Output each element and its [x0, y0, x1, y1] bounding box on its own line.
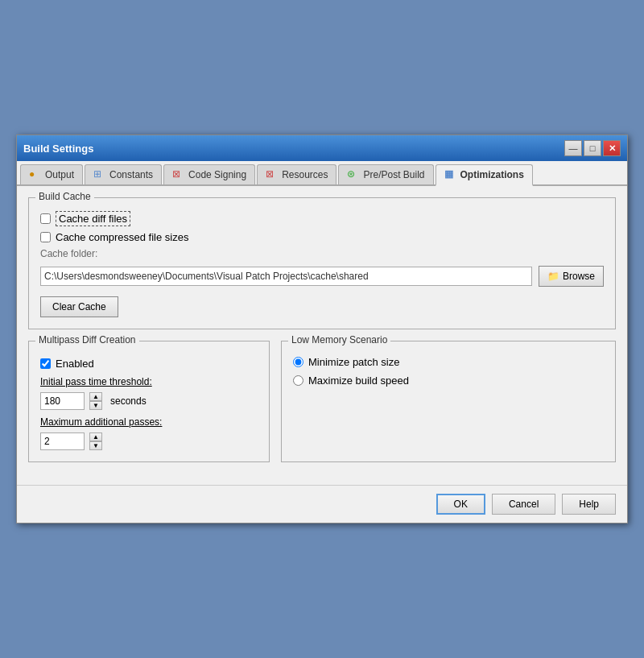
passes-spinner: [40, 432, 85, 450]
threshold-up-button[interactable]: ▲: [89, 392, 102, 401]
browse-button[interactable]: 📁 Browse: [539, 266, 604, 287]
clear-cache-button[interactable]: Clear Cache: [40, 296, 118, 317]
maximize-speed-row: Maximize build speed: [293, 375, 604, 387]
threshold-label: Initial pass time threshold:: [40, 376, 258, 387]
output-tab-icon: ●: [29, 168, 42, 181]
tab-codesigning-label: Code Signing: [188, 169, 246, 180]
enabled-label: Enabled: [56, 358, 94, 370]
cache-diff-checkbox[interactable]: [40, 213, 51, 224]
tab-codesigning[interactable]: ⊠ Code Signing: [163, 164, 255, 184]
build-cache-group: Build Cache Cache diff files Cache compr…: [28, 197, 616, 329]
tab-output[interactable]: ● Output: [20, 164, 83, 184]
passes-down-button[interactable]: ▼: [89, 441, 102, 450]
minimize-patch-radio[interactable]: [293, 357, 303, 367]
threshold-spinner: [40, 392, 85, 410]
maximize-button[interactable]: □: [584, 140, 601, 156]
tab-optimizations[interactable]: ▦ Optimizations: [436, 164, 533, 186]
folder-row: 📁 Browse: [40, 266, 604, 287]
codesigning-tab-icon: ⊠: [172, 168, 185, 181]
help-label: Help: [579, 499, 599, 510]
content-area: Build Cache Cache diff files Cache compr…: [17, 186, 627, 485]
ok-label: OK: [454, 499, 468, 510]
maximize-speed-label: Maximize build speed: [308, 375, 409, 387]
passes-label: Maximum additional passes:: [40, 416, 258, 428]
cache-compressed-label: Cache compressed file sizes: [56, 231, 188, 243]
maximize-speed-radio[interactable]: [293, 375, 303, 386]
clear-cache-label: Clear Cache: [52, 301, 106, 312]
tab-constants[interactable]: ⊞ Constants: [85, 164, 162, 184]
minimize-patch-label: Minimize patch size: [308, 356, 399, 368]
tab-output-label: Output: [45, 169, 74, 180]
browse-icon: 📁: [547, 271, 559, 282]
titlebar-controls: — □ ✕: [564, 140, 621, 156]
constants-tab-icon: ⊞: [93, 168, 106, 181]
resources-tab-icon: ⊠: [266, 168, 279, 181]
minimize-button[interactable]: —: [564, 140, 582, 156]
enabled-checkbox[interactable]: [40, 358, 51, 369]
build-cache-title: Build Cache: [35, 191, 94, 202]
window-title: Build Settings: [23, 143, 93, 155]
threshold-down-button[interactable]: ▼: [89, 401, 102, 410]
ok-button[interactable]: OK: [436, 494, 485, 515]
cache-diff-row: Cache diff files: [40, 211, 604, 226]
tab-optimizations-label: Optimizations: [460, 169, 524, 180]
build-settings-window: Build Settings — □ ✕ ● Output ⊞ Constant…: [16, 134, 628, 524]
cancel-label: Cancel: [509, 499, 539, 510]
tab-resources[interactable]: ⊠ Resources: [257, 164, 336, 184]
prepost-tab-icon: ⊛: [347, 168, 360, 181]
passes-input[interactable]: [40, 432, 85, 450]
cache-folder-input[interactable]: [40, 267, 532, 286]
tab-bar: ● Output ⊞ Constants ⊠ Code Signing ⊠ Re…: [17, 161, 627, 186]
multipass-group: Multipass Diff Creation Enabled Initial …: [28, 341, 270, 462]
passes-row: ▲ ▼: [40, 432, 258, 450]
optimizations-tab-icon: ▦: [444, 168, 457, 181]
browse-label: Browse: [563, 271, 595, 282]
help-button[interactable]: Help: [562, 494, 616, 515]
enabled-row: Enabled: [40, 358, 258, 370]
close-button[interactable]: ✕: [603, 140, 621, 156]
low-memory-group: Low Memory Scenario Minimize patch size …: [281, 341, 616, 462]
footer: OK Cancel Help: [17, 485, 627, 523]
folder-label: Cache folder:: [40, 248, 604, 259]
cache-compressed-row: Cache compressed file sizes: [40, 231, 604, 243]
threshold-input[interactable]: [40, 392, 85, 410]
cache-diff-label: Cache diff files: [56, 211, 130, 226]
titlebar: Build Settings — □ ✕: [17, 135, 627, 161]
passes-up-button[interactable]: ▲: [89, 432, 102, 441]
tab-prepost[interactable]: ⊛ Pre/Post Build: [338, 164, 433, 184]
minimize-patch-row: Minimize patch size: [293, 356, 604, 368]
tab-constants-label: Constants: [109, 169, 153, 180]
cancel-button[interactable]: Cancel: [492, 494, 555, 515]
bottom-section: Multipass Diff Creation Enabled Initial …: [28, 341, 616, 474]
passes-spinner-btns: ▲ ▼: [89, 432, 102, 450]
threshold-row: ▲ ▼ seconds: [40, 392, 258, 410]
tab-prepost-label: Pre/Post Build: [363, 169, 424, 180]
cache-compressed-checkbox[interactable]: [40, 232, 51, 242]
low-memory-title: Low Memory Scenario: [288, 334, 390, 346]
threshold-spinner-btns: ▲ ▼: [89, 392, 102, 410]
threshold-unit: seconds: [110, 395, 147, 407]
multipass-title: Multipass Diff Creation: [35, 334, 139, 346]
tab-resources-label: Resources: [282, 169, 328, 180]
